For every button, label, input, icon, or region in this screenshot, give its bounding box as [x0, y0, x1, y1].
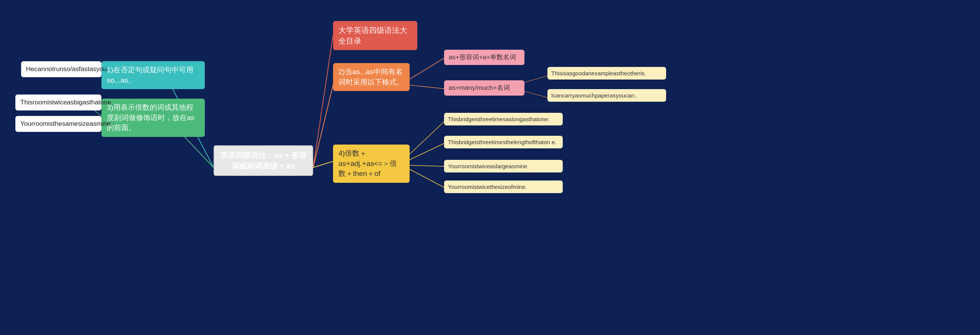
branch1-label: 1)在否定句或疑问句中可用so...as。 — [107, 66, 193, 84]
title-node: 大学英语四级语法大全目录 — [333, 21, 417, 50]
branch2-sub2-label: as+many/much+名词 — [449, 84, 510, 91]
branch3-ex1-node: Thisroomistwiceasbigasthatone. — [15, 94, 101, 111]
title-label: 大学英语四级语法大全目录 — [338, 26, 407, 45]
branch3-ex2-label: Yourroomisthesamesizeasmine. — [20, 120, 112, 127]
branch1-ex-node: Hecannotrunso/asfastasyou. — [21, 61, 101, 77]
branch4-label: 4)倍数＋as+adj.+as<=＞倍数＋then＋of — [338, 149, 397, 177]
branch4-node: 4)倍数＋as+adj.+as<=＞倍数＋then＋of — [333, 145, 410, 183]
svg-line-5 — [313, 35, 333, 168]
branch3-ex1-label: Thisroomistwiceasbigasthatone. — [20, 99, 113, 106]
branch4-ex4-label: Yourroomistwicethesizeofmine. — [448, 184, 527, 190]
branch4-ex3-node: Yourroomistwiceaslargeasmine. — [444, 160, 563, 172]
branch2-sub1-label: as+形容词+a+单数名词 — [449, 54, 516, 61]
branch4-ex3-label: Yourroomistwiceaslargeasmine. — [448, 163, 529, 169]
branch4-ex2-node: Thisbridgeisthreetimesthelengthofthaton … — [444, 136, 563, 148]
branch1-node: 1)在否定句或疑问句中可用so...as。 — [101, 61, 205, 89]
branch4-ex2-label: Thisbridgeisthreetimesthelengthofthaton … — [448, 139, 557, 145]
branch2-sub2-node: as+many/much+名词 — [444, 80, 524, 96]
branch3-ex2-node: Yourroomisthesamesizeasmine. — [15, 116, 101, 132]
branch2-sub2-ex2-node: Icancarryasmuchpaperasyoucan.. — [547, 89, 666, 102]
svg-line-12 — [408, 122, 444, 156]
branch3-node: 3)用表示倍数的词或其他程度副词做修饰语时，放在as的前面。 — [101, 99, 205, 137]
branch2-sub2-ex2-label: Icancarryasmuchpaperasyoucan.. — [551, 92, 637, 99]
mindmap: 英语四级语法：as + 形容 词或副词原级 + as 大学英语四级语法大全目录 … — [0, 0, 980, 335]
center-node: 英语四级语法：as + 形容 词或副词原级 + as — [214, 145, 313, 176]
branch4-ex4-node: Yourroomistwicethesizeofmine. — [444, 181, 563, 193]
branch3-label: 3)用表示倍数的词或其他程度副词做修饰语时，放在as的前面。 — [107, 103, 194, 132]
svg-line-13 — [408, 143, 444, 161]
branch4-ex1-label: Thisbridgeisthreetimesaslongasthatone: — [448, 116, 549, 122]
branch2-sub1-node: as+形容词+a+单数名词 — [444, 50, 524, 65]
branch2-label: 2)当as...as中间有名词时采用以下格式。 — [338, 68, 404, 86]
branch2-sub2-ex1-label: Thisisasgoodanexampleastheotheris. — [551, 70, 646, 76]
svg-line-14 — [408, 165, 444, 166]
svg-line-15 — [408, 168, 444, 187]
svg-line-6 — [313, 85, 333, 168]
center-label: 英语四级语法：as + 形容 词或副词原级 + as — [220, 151, 306, 170]
branch4-ex1-node: Thisbridgeisthreetimesaslongasthatone: — [444, 113, 563, 125]
branch2-sub2-ex1-node: Thisisasgoodanexampleastheotheris. — [547, 67, 666, 80]
branch2-node: 2)当as...as中间有名词时采用以下格式。 — [333, 63, 410, 91]
svg-line-7 — [313, 161, 333, 168]
branch1-ex-label: Hecannotrunso/asfastasyou. — [26, 65, 108, 73]
svg-line-9 — [408, 85, 444, 89]
svg-line-8 — [408, 58, 444, 80]
